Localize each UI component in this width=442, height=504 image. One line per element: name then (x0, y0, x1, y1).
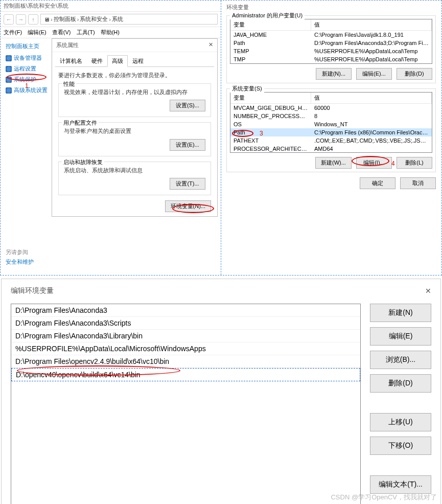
related-security-link[interactable]: 安全和维护 (6, 258, 34, 266)
list-item[interactable]: D:\opencv40\opencv\build\x64\vc14\bin (11, 368, 360, 381)
menu-edit[interactable]: 编辑(E) (28, 29, 46, 35)
menu-help[interactable]: 帮助(H) (101, 29, 120, 35)
browse-button[interactable]: 浏览(B)... (370, 351, 431, 369)
nav-bar: ← → ↑ 🖥 › 控制面板 › 系统和安全 › 系统 (1, 12, 221, 27)
control-panel-window: 控制面板\系统和安全\系统 ← → ↑ 🖥 › 控制面板 › 系统和安全 › 系… (1, 1, 221, 275)
shield-icon (6, 77, 12, 83)
table-row[interactable]: PATHEXT.COM;.EXE;.BAT;.CMD;.VBS;.VBE;.JS… (230, 136, 432, 145)
shield-icon (6, 66, 12, 72)
menu-view[interactable]: 查看(V) (52, 29, 71, 35)
delete-button[interactable]: 删除(D) (370, 374, 431, 393)
shield-icon (6, 55, 12, 61)
sidebar-title: 控制面板主页 (6, 42, 50, 50)
menu-tools[interactable]: 工具(T) (77, 29, 95, 35)
env-vars-button[interactable]: 环境变量(N)... (165, 200, 211, 212)
window-title: 控制面板\系统和安全\系统 (1, 1, 221, 12)
list-item[interactable]: D:\Program Files\Anaconda3\Library\bin (11, 330, 360, 342)
tab-computer-name[interactable]: 计算机名 (55, 55, 87, 67)
edit-button[interactable]: 编辑(E) (370, 327, 431, 346)
edit-text-button[interactable]: 编辑文本(T)... (370, 475, 431, 494)
admin-note: 要进行大多数更改，你必须作为管理员登录。 (58, 71, 211, 80)
close-icon[interactable]: ✕ (208, 41, 213, 49)
list-item[interactable]: D:\Program Files\Anaconda3\Scripts (11, 317, 360, 330)
list-item[interactable]: D:\Program Files\Anaconda3 (11, 304, 360, 317)
sys-vars-table[interactable]: 变量 值 MVCAM_GIGE_DEBUG_HEA...60000NUMBER_… (230, 92, 432, 153)
tab-bar: 计算机名 硬件 高级 远程 (55, 55, 214, 67)
tab-remote[interactable]: 远程 (128, 55, 148, 67)
table-row[interactable]: PROCESSOR_ARCHITECTUREAMD64 (230, 145, 432, 152)
close-icon[interactable]: ✕ (425, 287, 431, 295)
shield-icon (6, 87, 12, 94)
tab-hardware[interactable]: 硬件 (87, 55, 107, 67)
table-row[interactable]: PathD:\Program Files\Anaconda3;D:\Progra… (230, 39, 432, 47)
env-vars-dialog: 环境变量 Administrator 的用户变量(U) 变量 值 JAVA_HO… (221, 1, 441, 275)
dialog-title: 系统属性 (56, 41, 79, 49)
startup-settings-button[interactable]: 设置(T)... (170, 178, 205, 190)
dialog-title: 环境变量 (226, 4, 436, 11)
breadcrumb[interactable]: 🖥 › 控制面板 › 系统和安全 › 系统 (40, 14, 218, 25)
sidebar: 控制面板主页 设备管理器 远程设置 系统保护 高级系统设置 (1, 38, 52, 101)
new-button[interactable]: 新建(N) (370, 304, 431, 322)
sys-new-button[interactable]: 新建(W)... (315, 157, 352, 169)
watermark: CSDN @学习OpenCV，找我就对了 (331, 493, 437, 502)
menu-file[interactable]: 文件(F) (4, 29, 22, 35)
list-item[interactable]: D:\Program Files\opencv2.4.9\build\x64\v… (11, 355, 360, 368)
sidebar-device-manager[interactable]: 设备管理器 (6, 54, 50, 62)
sidebar-remote[interactable]: 远程设置 (6, 65, 50, 73)
annotation-label-1: 1 (25, 82, 29, 89)
forward-button[interactable]: → (16, 14, 26, 25)
user-vars-table[interactable]: 变量 值 JAVA_HOMEC:\Program Files\Java\jdk1… (230, 19, 432, 64)
annotation-label-3: 3 (260, 130, 263, 137)
table-row[interactable]: MVCAM_GIGE_DEBUG_HEA...60000 (230, 104, 432, 112)
up-button[interactable]: ↑ (28, 14, 38, 25)
performance-group: 性能 视觉效果，处理器计划，内存使用，以及虚拟内存 设置(S)... (58, 83, 211, 118)
path-list[interactable]: D:\Program Files\Anaconda3D:\Program Fil… (11, 304, 361, 504)
related-links: 另请参阅 安全和维护 (6, 248, 34, 266)
table-row[interactable]: NUMBER_OF_PROCESSORS8 (230, 112, 432, 120)
annotation-label-4: 4 (391, 160, 395, 167)
user-profiles-group: 用户配置文件 与登录帐户相关的桌面设置 设置(E)... (58, 122, 211, 156)
startup-group: 启动和故障恢复 系统启动、系统故障和调试信息 设置(T)... (58, 162, 211, 196)
ok-button[interactable]: 确定 (360, 177, 396, 189)
move-up-button[interactable]: 上移(U) (370, 413, 431, 431)
perf-settings-button[interactable]: 设置(S)... (170, 100, 205, 111)
profiles-settings-button[interactable]: 设置(E)... (170, 139, 205, 151)
system-properties-dialog: 系统属性 ✕ 计算机名 硬件 高级 远程 要进行大多数更改，你必须作为管理员登录… (52, 38, 218, 217)
back-button[interactable]: ← (4, 14, 14, 25)
user-delete-button[interactable]: 删除(D) (397, 68, 432, 80)
table-row[interactable]: TMP%USERPROFILE%\AppData\Local\Temp (230, 55, 432, 63)
table-row[interactable]: OSWindows_NT (230, 120, 432, 128)
user-vars-group: Administrator 的用户变量(U) 变量 值 JAVA_HOMEC:\… (226, 15, 436, 83)
move-down-button[interactable]: 下移(O) (370, 437, 431, 455)
user-new-button[interactable]: 新建(N)... (316, 68, 352, 80)
table-row[interactable]: TEMP%USERPROFILE%\AppData\Local\Temp (230, 47, 432, 55)
folder-icon: 🖥 (44, 16, 50, 22)
sys-edit-button[interactable]: 编辑(I)... (356, 157, 392, 169)
tab-advanced[interactable]: 高级 (107, 55, 128, 67)
list-item[interactable]: %USERPROFILE%\AppData\Local\Microsoft\Wi… (11, 342, 360, 355)
sys-vars-group: 系统变量(S) 变量 值 MVCAM_GIGE_DEBUG_HEA...6000… (226, 88, 436, 172)
sys-delete-button[interactable]: 删除(L) (397, 157, 432, 169)
dialog-title: 编辑环境变量 (11, 286, 54, 295)
table-row[interactable]: JAVA_HOMEC:\Program Files\Java\jdk1.8.0_… (230, 31, 432, 39)
user-edit-button[interactable]: 编辑(E)... (356, 68, 392, 80)
edit-env-dialog: 编辑环境变量 ✕ D:\Program Files\Anaconda3D:\Pr… (1, 279, 441, 504)
menu-bar: 文件(F) 编辑(E) 查看(V) 工具(T) 帮助(H) (1, 27, 221, 38)
cancel-button[interactable]: 取消 (400, 177, 436, 189)
